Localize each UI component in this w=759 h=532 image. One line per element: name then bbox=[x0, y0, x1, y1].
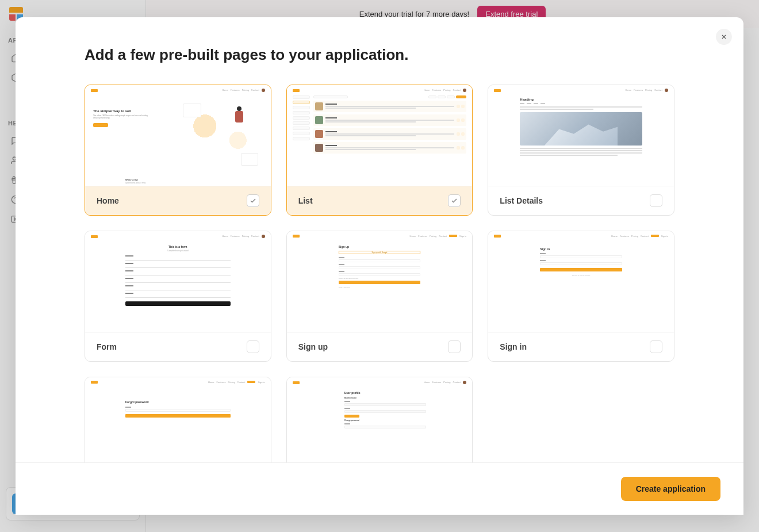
preview-profile-change: Change password bbox=[344, 419, 427, 422]
card-preview: HomeFeaturesPricingContact User profile … bbox=[287, 377, 473, 462]
template-card-list[interactable]: HomeFeaturesPricingContact bbox=[286, 85, 473, 216]
preview-form-title: This is a form bbox=[125, 245, 231, 248]
card-checkbox[interactable] bbox=[650, 194, 662, 207]
preview-forgot-heading: Forgot password bbox=[125, 400, 231, 404]
modal-title: Add a few pre-built pages to your applic… bbox=[85, 46, 674, 64]
card-name: Form bbox=[97, 342, 117, 351]
preview-signin-heading: Sign in bbox=[540, 247, 622, 251]
preview-google-button: Sign up with Google bbox=[339, 251, 421, 254]
card-checkbox[interactable] bbox=[247, 194, 259, 207]
card-preview: HomeFeaturesPricingContactSign in Sign i… bbox=[488, 231, 674, 332]
preview-whats-new: What's new bbox=[125, 178, 138, 181]
preview-profile-heading: User profile bbox=[344, 391, 427, 395]
create-application-button[interactable]: Create application bbox=[621, 477, 720, 501]
card-preview: HomeFeaturesPricingContact This is a for… bbox=[85, 231, 271, 332]
preview-heading: Heading bbox=[520, 98, 642, 101]
card-checkbox[interactable] bbox=[448, 194, 461, 207]
card-name: Sign in bbox=[500, 342, 527, 351]
modal-footer: Create application bbox=[16, 462, 743, 515]
card-preview: HomeFeaturesPricingContact Heading bbox=[488, 85, 674, 186]
template-card-home[interactable]: HomeFeaturesPricingContact The simpler w… bbox=[85, 85, 271, 216]
card-preview: HomeFeaturesPricingContact bbox=[287, 85, 473, 186]
template-card-profile[interactable]: HomeFeaturesPricingContact User profile … bbox=[286, 377, 473, 462]
card-name: Sign up bbox=[298, 342, 328, 351]
template-card-signup[interactable]: HomeFeaturesPricingContactSign in Sign u… bbox=[286, 231, 473, 362]
preview-signup-heading: Sign up bbox=[339, 245, 421, 248]
close-button[interactable] bbox=[716, 29, 732, 45]
preview-headline: The simpler way to sell bbox=[93, 109, 175, 113]
card-name: List Details bbox=[500, 196, 543, 205]
card-preview: HomeFeaturesPricingContact The simpler w… bbox=[85, 85, 271, 186]
template-grid: HomeFeaturesPricingContact The simpler w… bbox=[85, 85, 674, 462]
card-name: List bbox=[298, 196, 313, 205]
template-card-list-details[interactable]: HomeFeaturesPricingContact Heading List … bbox=[488, 85, 674, 216]
modal-body: Add a few pre-built pages to your applic… bbox=[16, 17, 743, 462]
check-icon bbox=[451, 197, 458, 204]
template-card-signin[interactable]: HomeFeaturesPricingContactSign in Sign i… bbox=[488, 231, 674, 362]
template-card-forgot[interactable]: HomeFeaturesPricingContactSign in Forgot… bbox=[85, 377, 271, 462]
card-checkbox[interactable] bbox=[448, 340, 461, 353]
card-checkbox[interactable] bbox=[247, 340, 259, 353]
card-name: Home bbox=[97, 196, 119, 205]
modal: Add a few pre-built pages to your applic… bbox=[16, 17, 743, 515]
preview-profile-info: My information bbox=[344, 397, 427, 399]
card-preview: HomeFeaturesPricingContactSign in Sign u… bbox=[287, 231, 473, 332]
close-icon bbox=[720, 33, 727, 40]
card-checkbox[interactable] bbox=[650, 340, 662, 353]
check-icon bbox=[250, 197, 256, 204]
template-card-form[interactable]: HomeFeaturesPricingContact This is a for… bbox=[85, 231, 271, 362]
card-preview: HomeFeaturesPricingContactSign in Forgot… bbox=[85, 377, 271, 462]
